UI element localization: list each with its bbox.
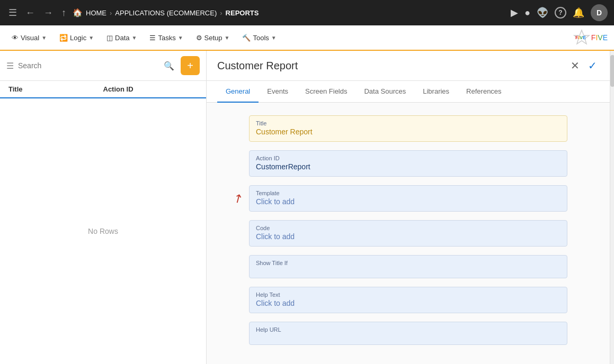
field-show-title-if-box[interactable]: Show Title If: [249, 255, 567, 278]
up-icon[interactable]: ↑: [59, 5, 68, 21]
page-title: Customer Report: [217, 60, 568, 72]
logic-icon: 🔁: [59, 34, 68, 42]
tools-dropdown-arrow: ▼: [271, 35, 277, 41]
field-code-value: Click to add: [256, 232, 560, 241]
field-template-box[interactable]: Template Click to add: [249, 185, 567, 212]
field-title-value: Customer Report: [256, 128, 560, 136]
sidebar-table-header: Title Action ID: [0, 81, 206, 98]
sidebar: ☰ 🔍 + Title Action ID No Rows: [0, 51, 207, 364]
field-help-url: Help URL: [249, 322, 567, 345]
column-title: Title: [8, 85, 103, 93]
data-dropdown-arrow: ▼: [132, 35, 137, 41]
top-nav-left: ☰ ← → ↑ 🏠 HOME › APPLICATIONS (ECOMMERCE…: [6, 5, 506, 21]
breadcrumb-reports[interactable]: REPORTS: [226, 9, 259, 17]
svg-text:FIVE: FIVE: [575, 35, 586, 40]
home-icon: 🏠: [73, 8, 83, 17]
close-button[interactable]: ✕: [568, 57, 582, 74]
filter-icon[interactable]: ☰: [6, 61, 14, 71]
field-action-id-label: Action ID: [256, 155, 560, 161]
field-code-label: Code: [256, 225, 560, 231]
sidebar-search-bar: ☰ 🔍 +: [0, 51, 206, 81]
setup-icon: ⚙: [196, 34, 202, 42]
logic-dropdown-arrow: ▼: [88, 35, 94, 41]
tools-menu[interactable]: 🔨 Tools ▼: [237, 31, 281, 45]
field-action-id-value: CustomerReport: [256, 162, 560, 171]
tab-data-sources[interactable]: Data Sources: [355, 81, 414, 103]
data-menu[interactable]: ◫ Data ▼: [101, 31, 142, 45]
field-title: Title Customer Report: [249, 115, 567, 142]
five-logo-icon: FIVE: [573, 29, 590, 46]
field-help-text: Help Text Click to add: [249, 287, 567, 313]
main-layout: ☰ 🔍 + Title Action ID No Rows Customer R…: [0, 51, 614, 364]
field-show-title-if-label: Show Title If: [256, 260, 560, 266]
tasks-dropdown-arrow: ▼: [178, 35, 183, 41]
field-title-box[interactable]: Title Customer Report: [249, 115, 567, 142]
content-header: Customer Report ✕ ✓: [207, 51, 610, 81]
tasks-menu[interactable]: ☰ Tasks ▼: [144, 31, 188, 45]
five-logo: FIVE FIVE: [573, 29, 608, 46]
field-help-text-label: Help Text: [256, 292, 560, 298]
tasks-icon: ☰: [149, 34, 156, 42]
setup-dropdown-arrow: ▼: [225, 35, 230, 41]
header-actions: ✕ ✓: [568, 57, 599, 74]
breadcrumb-sep-1: ›: [110, 9, 112, 17]
top-nav-right: ▶ ● 👽 ? 🔔 D: [511, 4, 608, 21]
top-navigation: ☰ ← → ↑ 🏠 HOME › APPLICATIONS (ECOMMERCE…: [0, 0, 614, 25]
tab-events[interactable]: Events: [259, 81, 297, 103]
menu-icon[interactable]: ☰: [6, 5, 19, 21]
scrollbar-thumb[interactable]: [610, 55, 614, 87]
field-help-url-box[interactable]: Help URL: [249, 322, 567, 345]
forward-icon[interactable]: →: [41, 5, 55, 21]
logic-menu[interactable]: 🔁 Logic ▼: [54, 31, 99, 45]
field-show-title-if: Show Title If: [249, 255, 567, 278]
tab-general[interactable]: General: [217, 81, 259, 103]
field-code: Code Click to add: [249, 220, 567, 247]
tab-references[interactable]: References: [458, 81, 510, 103]
field-action-id: Action ID CustomerReport: [249, 150, 567, 177]
visual-dropdown-arrow: ▼: [41, 35, 47, 41]
bell-icon[interactable]: 🔔: [573, 7, 584, 19]
add-button[interactable]: +: [181, 56, 200, 75]
search-nav-icon[interactable]: ●: [524, 7, 530, 19]
scrollbar-track[interactable]: [610, 51, 614, 364]
search-icon[interactable]: 🔍: [164, 61, 174, 71]
field-action-id-box[interactable]: Action ID CustomerReport: [249, 150, 567, 177]
play-icon[interactable]: ▶: [511, 7, 518, 19]
robot-icon[interactable]: 👽: [537, 7, 548, 19]
field-help-text-value: Click to add: [256, 299, 560, 307]
field-help-text-box[interactable]: Help Text Click to add: [249, 287, 567, 313]
sidebar-empty-state: No Rows: [0, 98, 206, 364]
data-icon: ◫: [106, 34, 113, 42]
breadcrumb-sep-2: ›: [220, 9, 222, 17]
field-template-label: Template: [256, 190, 560, 196]
breadcrumb-applications[interactable]: APPLICATIONS (ECOMMERCE): [115, 9, 217, 17]
second-navigation: 👁 Visual ▼ 🔁 Logic ▼ ◫ Data ▼ ☰ Tasks ▼ …: [0, 25, 614, 51]
field-help-url-label: Help URL: [256, 326, 560, 333]
tabs-bar: General Events Screen Fields Data Source…: [207, 81, 610, 103]
breadcrumb: 🏠 HOME › APPLICATIONS (ECOMMERCE) › REPO…: [73, 8, 259, 17]
confirm-button[interactable]: ✓: [586, 57, 599, 74]
user-avatar[interactable]: D: [591, 4, 608, 21]
form-area: Title Customer Report Action ID Customer…: [207, 103, 610, 364]
setup-menu[interactable]: ⚙ Setup ▼: [191, 31, 235, 45]
tab-libraries[interactable]: Libraries: [414, 81, 458, 103]
column-action-id: Action ID: [103, 85, 198, 93]
breadcrumb-home[interactable]: HOME: [86, 9, 106, 17]
field-template-value: Click to add: [256, 197, 560, 206]
field-code-box[interactable]: Code Click to add: [249, 220, 567, 247]
visual-menu[interactable]: 👁 Visual ▼: [6, 31, 52, 45]
help-icon[interactable]: ?: [555, 7, 566, 19]
back-icon[interactable]: ←: [23, 5, 37, 21]
search-input[interactable]: [18, 61, 159, 70]
content-area: Customer Report ✕ ✓ General Events Scree…: [207, 51, 610, 364]
tab-screen-fields[interactable]: Screen Fields: [297, 81, 355, 103]
tools-icon: 🔨: [242, 34, 251, 42]
field-title-label: Title: [256, 120, 560, 126]
template-arrow-indicator: ↗: [230, 190, 246, 207]
field-template: ↗ Template Click to add: [249, 185, 567, 212]
visual-icon: 👁: [12, 34, 19, 42]
